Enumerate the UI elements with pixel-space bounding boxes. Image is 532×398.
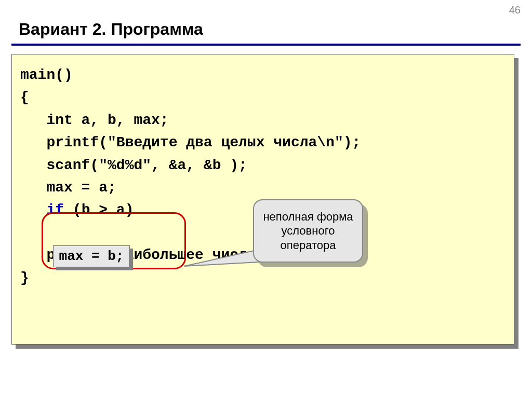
code-line-6: max = a; — [20, 176, 506, 199]
svg-marker-0 — [184, 250, 259, 266]
code-line-4: printf("Введите два целых числа\n"); — [20, 131, 506, 154]
callout-text: неполная форма условного оператора — [257, 210, 359, 253]
code-line-5: scanf("%d%d", &a, &b ); — [20, 154, 506, 176]
callout-box: неполная форма условного оператора — [253, 199, 363, 263]
title-underline — [11, 44, 521, 46]
slide-title: Вариант 2. Программа — [19, 20, 203, 39]
code-line-1: main() — [20, 64, 506, 86]
page-number: 46 — [509, 4, 521, 16]
maxb-box: max = b; — [53, 245, 130, 267]
code-indent — [20, 202, 46, 218]
code-line-2: { — [20, 86, 506, 108]
code-line-3: int a, b, max; — [20, 109, 506, 131]
